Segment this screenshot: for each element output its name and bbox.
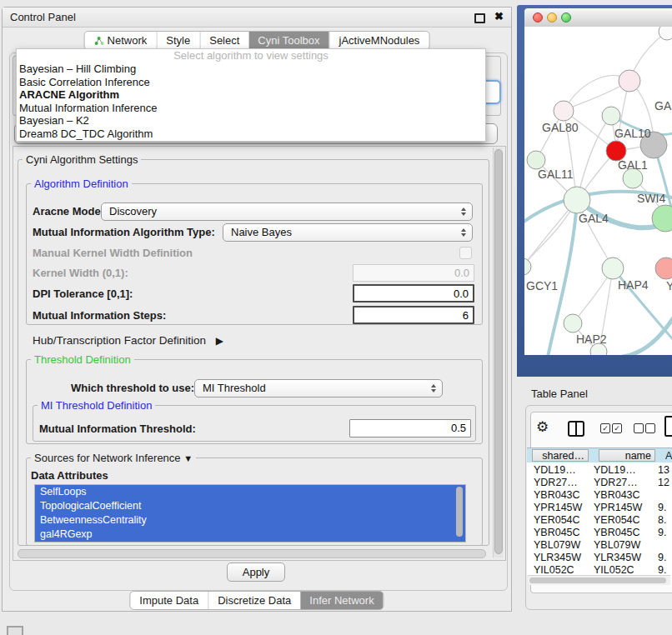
network-view-window: GAL GAL80 GAL10 GAL1 GAL11 SWI4 GAL4 GCY…: [517, 5, 672, 377]
aracne-mode-combobox[interactable]: Discovery: [101, 202, 473, 221]
vertical-scrollbar[interactable]: [493, 148, 503, 558]
node-hap4[interactable]: [602, 258, 624, 279]
cyni-bottom-tabbar: Impute Data Discretize Data Infer Networ…: [129, 591, 384, 610]
control-panel-window: Control Panel ✖ Network Style Select Cyn…: [2, 7, 512, 612]
combobox-value: Naive Bayes: [231, 224, 472, 241]
node[interactable]: [619, 70, 640, 92]
scrollbar-thumb[interactable]: [18, 549, 486, 558]
node-gal4[interactable]: [564, 187, 590, 213]
scrollbar-thumb[interactable]: [494, 149, 503, 554]
deselect-all-icon[interactable]: [645, 423, 655, 433]
dropdown-item[interactable]: Bayesian – Hill Climbing: [17, 62, 485, 76]
column-header-partial[interactable]: A: [665, 450, 672, 462]
document-icon[interactable]: [664, 416, 672, 437]
tab-network[interactable]: Network: [85, 32, 157, 49]
mi-threshold-label: Mutual Information Threshold:: [39, 422, 196, 435]
tab-discretize-data[interactable]: Discretize Data: [208, 592, 300, 609]
select-all-icon[interactable]: ✓: [600, 423, 610, 433]
combobox-value: Discovery: [109, 203, 472, 220]
gear-icon[interactable]: ⚙: [536, 418, 549, 436]
tab-select[interactable]: Select: [199, 32, 248, 49]
minimize-button[interactable]: [547, 12, 557, 22]
table-row[interactable]: YBR043CYBR043C: [527, 489, 672, 502]
split-view-icon[interactable]: [568, 421, 584, 437]
mi-type-label: Mutual Information Algorithm Type:: [33, 226, 215, 238]
node-gal80[interactable]: [554, 101, 574, 121]
apply-button[interactable]: Apply: [227, 562, 285, 582]
list-item[interactable]: gal4RGexp: [35, 528, 465, 542]
spinner-icon: [461, 228, 466, 237]
network-window-titlebar[interactable]: [524, 8, 672, 28]
mi-steps-input[interactable]: 6: [353, 306, 474, 324]
dropdown-placeholder: Select algorithm to view settings: [17, 49, 485, 62]
tab-jactivemnodules[interactable]: jActiveMNodules: [329, 32, 429, 49]
expand-arrow-icon[interactable]: ▼: [183, 453, 193, 463]
table-body[interactable]: YDL19…YDL19…13 YDR27…YDR27…12 YBR043CYBR…: [527, 462, 672, 575]
horizontal-scrollbar[interactable]: [16, 548, 489, 558]
list-scrollbar[interactable]: [456, 487, 463, 537]
zoom-button[interactable]: [561, 12, 571, 22]
select-all-icon[interactable]: ✓: [612, 423, 622, 433]
table-row[interactable]: YIL052CYIL052C9.: [527, 564, 672, 575]
table-row[interactable]: YBL079WYBL079W: [527, 539, 672, 552]
control-panel-titlebar: Control Panel ✖: [3, 8, 511, 28]
close-button[interactable]: [533, 12, 543, 22]
hub-definition-toggle[interactable]: Hub/Transcription Factor Definition ▶: [33, 334, 223, 347]
mi-steps-label: Mutual Information Steps:: [33, 309, 166, 322]
table-row[interactable]: YLR345WYLR345W9.: [527, 552, 672, 564]
column-header-name[interactable]: name: [599, 449, 655, 462]
which-threshold-combobox[interactable]: MI Threshold: [194, 379, 443, 398]
list-item[interactable]: TopologicalCoefficient: [35, 499, 465, 513]
dropdown-item[interactable]: Basic Correlation Inference: [17, 76, 485, 89]
dpi-tolerance-input[interactable]: 0.0: [353, 284, 474, 302]
node-pink[interactable]: [655, 258, 672, 279]
node-label: GAL4: [579, 212, 609, 225]
column-header-shared-name[interactable]: shared…: [532, 449, 589, 462]
node[interactable]: [659, 27, 672, 40]
threshold-definition-title: Threshold Definition: [31, 353, 134, 366]
node-gcy1[interactable]: [524, 258, 531, 275]
node-gal10[interactable]: [602, 107, 620, 125]
mi-threshold-title: MI Threshold Definition: [38, 399, 155, 412]
node-label: GAL: [654, 99, 672, 112]
tab-impute-data[interactable]: Impute Data: [130, 592, 208, 609]
node-label: HAP2: [576, 332, 607, 346]
table-row[interactable]: YPR145WYPR145W9.: [527, 502, 672, 514]
float-window-icon[interactable]: [474, 13, 485, 23]
mi-type-combobox[interactable]: Naive Bayes: [223, 223, 473, 242]
list-item[interactable]: SelfLoops: [35, 485, 465, 499]
table-row[interactable]: YBR045CYBR045C9.: [527, 527, 672, 539]
table-row[interactable]: YDL19…YDL19…13: [527, 464, 672, 477]
manual-kernel-checkbox[interactable]: [459, 247, 472, 259]
mi-threshold-input[interactable]: 0.5: [349, 419, 471, 438]
tab-cyni-toolbox[interactable]: Cyni Toolbox: [248, 32, 328, 49]
table-row[interactable]: YER054CYER054C8.: [527, 514, 672, 527]
spinner-icon: [431, 384, 436, 392]
sources-title[interactable]: Sources for Network Inference ▼: [31, 452, 196, 464]
collapse-arrow-icon[interactable]: ▶: [216, 335, 223, 347]
scrollbar-thumb[interactable]: [529, 578, 666, 583]
dropdown-item[interactable]: Bayesian – K2: [17, 114, 485, 128]
kernel-width-label: Kernel Width (0,1):: [33, 267, 128, 279]
dropdown-item-selected[interactable]: ARACNE Algorithm: [17, 88, 485, 102]
node-hap2[interactable]: [564, 314, 582, 332]
node-label: GAL80: [542, 121, 579, 134]
kernel-width-input[interactable]: 0.0: [353, 264, 474, 282]
group-title: Cyni Algorithm Settings: [23, 153, 141, 166]
tab-style[interactable]: Style: [156, 32, 199, 49]
tab-label: Network: [108, 32, 148, 49]
tab-infer-network[interactable]: Infer Network: [300, 592, 383, 609]
node-label: GAL1: [618, 158, 648, 172]
dropdown-item[interactable]: Dream8 DC_TDC Algorithm: [17, 128, 485, 141]
deselect-all-icon[interactable]: [634, 423, 644, 433]
data-attributes-list[interactable]: SelfLoops TopologicalCoefficient Between…: [34, 484, 466, 542]
node-gal11[interactable]: [527, 151, 545, 169]
table-row[interactable]: YDR27…YDR27…12: [527, 477, 672, 489]
table-horizontal-scrollbar[interactable]: [528, 575, 670, 585]
list-item[interactable]: BetweennessCentrality: [35, 513, 465, 528]
close-icon[interactable]: ✖: [494, 10, 504, 22]
algorithm-dropdown-list: Select algorithm to view settings Bayesi…: [16, 48, 486, 142]
minimized-panel-icon[interactable]: [7, 626, 23, 635]
network-canvas[interactable]: GAL GAL80 GAL10 GAL1 GAL11 SWI4 GAL4 GCY…: [524, 27, 672, 355]
dropdown-item[interactable]: Mutual Information Inference: [17, 102, 485, 115]
